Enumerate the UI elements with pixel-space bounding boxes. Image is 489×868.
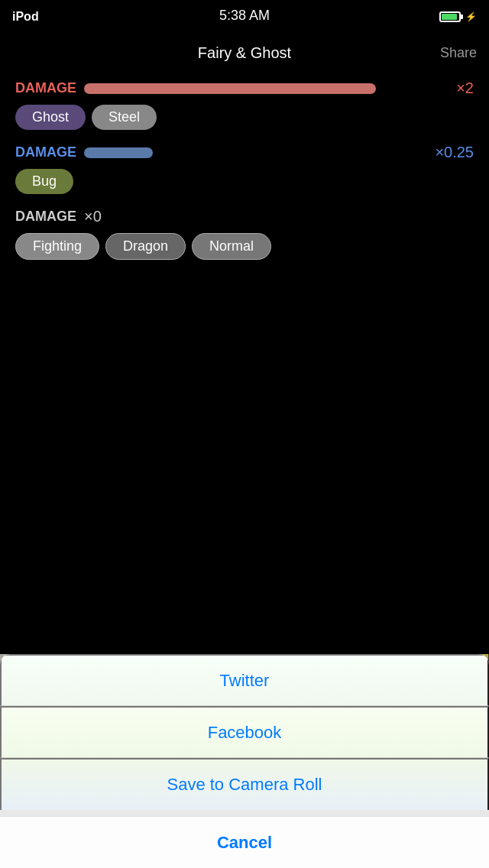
- damage-row-x2: DAMAGE ×2: [15, 79, 474, 97]
- damage-multiplier-x0: ×0: [84, 208, 102, 225]
- damage-multiplier-x025: ×0.25: [435, 144, 474, 161]
- damage-section-x2: DAMAGE ×2 Ghost Steel: [15, 79, 474, 130]
- damage-section-x025: DAMAGE ×0.25 Bug: [15, 144, 474, 194]
- battery-icon: [439, 11, 461, 22]
- type-badges-x0: Fighting Dragon Normal: [15, 233, 474, 260]
- battery-fill: [442, 14, 457, 20]
- damage-section-x0: DAMAGE ×0 Fighting Dragon Normal: [15, 208, 474, 260]
- carrier-label: iPod: [12, 10, 39, 24]
- nav-title: Fairy & Ghost: [198, 44, 291, 62]
- damage-label-x2: DAMAGE: [15, 80, 76, 96]
- damage-row-x0: DAMAGE ×0: [15, 208, 474, 225]
- share-button[interactable]: Share: [440, 45, 477, 61]
- type-badge-bug: Bug: [15, 169, 73, 194]
- share-sheet-overlay: Twitter Facebook Save to Camera Roll Can…: [0, 654, 489, 868]
- damage-label-x025: DAMAGE: [15, 144, 76, 160]
- status-bar: iPod 5:38 AM ⚡: [0, 0, 489, 34]
- share-options: Twitter Facebook Save to Camera Roll: [0, 654, 489, 810]
- time-label: 5:38 AM: [219, 8, 270, 24]
- type-badges-x2: Ghost Steel: [15, 105, 474, 130]
- damage-bar-container-x2: [84, 83, 449, 94]
- type-badge-ghost: Ghost: [15, 105, 86, 130]
- damage-row-x025: DAMAGE ×0.25: [15, 144, 474, 161]
- damage-bar-x025: [84, 147, 153, 158]
- bolt-icon: ⚡: [465, 11, 477, 22]
- type-badge-fighting: Fighting: [15, 233, 99, 260]
- damage-bar-x2: [84, 83, 376, 94]
- type-badge-dragon: Dragon: [105, 233, 186, 260]
- damage-multiplier-x2: ×2: [456, 79, 474, 97]
- main-content: DAMAGE ×2 Ghost Steel DAMAGE ×0.25 Bug D…: [0, 72, 489, 281]
- type-badges-x025: Bug: [15, 169, 474, 194]
- cancel-button[interactable]: Cancel: [0, 816, 489, 868]
- save-camera-roll-button[interactable]: Save to Camera Roll: [0, 758, 489, 810]
- damage-bar-container-x025: [84, 147, 427, 158]
- twitter-button[interactable]: Twitter: [0, 654, 489, 706]
- type-badge-steel: Steel: [92, 105, 157, 130]
- damage-label-x0: DAMAGE: [15, 209, 76, 225]
- share-sheet: Twitter Facebook Save to Camera Roll Can…: [0, 654, 489, 868]
- facebook-button[interactable]: Facebook: [0, 706, 489, 758]
- type-badge-normal: Normal: [192, 233, 271, 260]
- nav-bar: Fairy & Ghost Share: [0, 34, 489, 72]
- status-icons: ⚡: [439, 11, 477, 22]
